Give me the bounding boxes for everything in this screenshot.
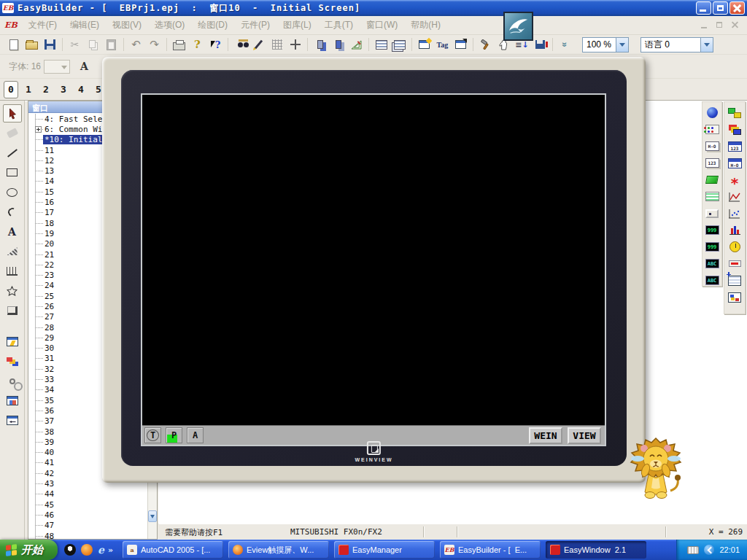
menu-item[interactable]: 图库(L) <box>276 16 318 34</box>
find-button[interactable] <box>232 36 249 52</box>
task-button[interactable]: EasyManager <box>334 541 435 559</box>
line-tool[interactable] <box>3 144 22 162</box>
assistant-mascot[interactable] <box>622 437 689 504</box>
bit-lamp-button[interactable] <box>703 105 721 120</box>
tree-item[interactable]: 47 <box>28 521 147 531</box>
alarm-bar-button[interactable] <box>726 256 743 271</box>
tree-expand-icon[interactable] <box>35 126 42 133</box>
recipe-button[interactable] <box>703 189 721 204</box>
ruler-button[interactable] <box>348 36 365 52</box>
send-back-button[interactable] <box>330 36 347 52</box>
task-button[interactable]: Eview触摸屏、W... <box>228 541 329 559</box>
system-message-button[interactable] <box>726 122 743 137</box>
ellipse-tool[interactable] <box>3 183 22 201</box>
new-window-button[interactable] <box>416 36 433 52</box>
word-lamp-button[interactable] <box>703 122 721 137</box>
event-log-button[interactable] <box>726 273 743 288</box>
numeric-window-button[interactable]: 123 <box>726 139 743 154</box>
state-button[interactable]: 4 <box>74 81 88 98</box>
bar-graph-button[interactable] <box>726 222 743 238</box>
ascii-input-button[interactable]: ABC <box>703 256 721 271</box>
state-button[interactable]: 0 <box>4 81 18 98</box>
menu-item[interactable]: 文件(F) <box>22 16 63 34</box>
view-button[interactable]: VIEW <box>568 427 601 444</box>
window-outline-button[interactable] <box>373 36 390 52</box>
task-button[interactable]: a AutoCAD 2005 - [... <box>123 541 223 559</box>
window-outline2-button[interactable] <box>391 36 408 52</box>
numeric-display2-button[interactable]: 999 <box>703 239 721 254</box>
tree-item[interactable]: 45 <box>28 499 147 510</box>
qq-icon[interactable] <box>64 544 76 556</box>
minimize-button[interactable] <box>696 1 711 15</box>
tree-item[interactable]: 46 <box>28 510 147 520</box>
data-transfer-button[interactable] <box>726 289 743 305</box>
state-button[interactable]: 1 <box>21 81 36 98</box>
snap-button[interactable] <box>287 36 303 52</box>
menu-item[interactable]: 元件(P) <box>234 16 276 34</box>
save-button[interactable] <box>42 36 58 52</box>
trend-display-button[interactable] <box>726 189 743 204</box>
keyboard-tray-icon[interactable] <box>687 546 699 554</box>
quick-launch-overflow-icon[interactable]: » <box>108 545 113 555</box>
tree-item[interactable]: 44 <box>28 489 147 499</box>
task-button[interactable]: EasyWindow 2.1 <box>546 541 646 559</box>
window-properties-button[interactable] <box>452 36 469 52</box>
zoom-dropdown-arrow[interactable] <box>616 38 628 52</box>
open-button[interactable] <box>23 36 40 52</box>
function-key-tool[interactable] <box>3 332 22 351</box>
rectangle-tool[interactable] <box>3 163 22 182</box>
menu-item[interactable]: 帮助(H) <box>404 16 447 34</box>
pattern-tool[interactable] <box>3 242 22 260</box>
meter-display-button[interactable] <box>726 239 743 254</box>
text-tool[interactable]: A <box>3 222 22 241</box>
language-dropdown-arrow[interactable] <box>700 38 713 52</box>
wein-button[interactable]: WEIN <box>529 427 562 444</box>
function-key-button[interactable] <box>703 172 721 187</box>
toggle-switch-button[interactable]: H-O <box>703 139 721 154</box>
ascii-display-button[interactable]: ABC <box>703 273 721 288</box>
new-button[interactable] <box>5 36 22 52</box>
bring-front-button[interactable] <box>311 36 328 52</box>
start-button[interactable]: 开始 <box>0 540 58 560</box>
group-tool[interactable] <box>3 372 22 390</box>
menu-item[interactable]: 窗口(W) <box>360 16 404 34</box>
hmi-screen[interactable]: T P A WEIN VIEW <box>141 93 606 446</box>
menu-item[interactable]: 工具(T) <box>318 16 360 34</box>
plc-control-button[interactable] <box>726 105 743 120</box>
tree-item[interactable]: 48 <box>28 531 147 539</box>
restore-button[interactable] <box>713 1 728 15</box>
hmi-task-button[interactable]: A <box>187 427 204 443</box>
hmi-task-button[interactable]: P <box>166 427 182 443</box>
menu-item[interactable]: 编辑(E) <box>63 16 106 34</box>
bitmap-tool[interactable] <box>3 392 22 410</box>
switch-window-button[interactable]: H-O <box>726 155 743 171</box>
context-help-button[interactable]: ? <box>207 36 224 52</box>
indirect-window-button[interactable] <box>703 206 721 221</box>
numeric-display-button[interactable]: 999 <box>703 222 721 238</box>
grid-button[interactable] <box>268 36 285 52</box>
polygon-tool[interactable] <box>3 281 22 300</box>
close-button[interactable] <box>729 1 745 15</box>
tag-button[interactable]: Tag <box>434 36 451 52</box>
task-button[interactable]: EB EasyBuilder - [ E... <box>440 541 541 559</box>
arc-tool[interactable] <box>3 203 22 221</box>
numeric-input-button[interactable]: 123 <box>703 155 721 171</box>
select-tool[interactable] <box>3 104 22 122</box>
toolbar-overflow-button[interactable]: » <box>557 36 573 52</box>
palette-tool[interactable] <box>3 352 22 370</box>
download-button[interactable] <box>532 36 549 52</box>
scroll-down-button[interactable] <box>148 510 157 522</box>
alarm-display-button[interactable]: * <box>726 172 743 187</box>
pen-button[interactable] <box>250 36 267 52</box>
tray-collapse-icon[interactable] <box>704 545 714 555</box>
state-button[interactable]: 2 <box>39 81 53 98</box>
language-select[interactable]: 语言 0 <box>640 37 713 52</box>
zoom-select[interactable]: 100 % <box>582 37 629 52</box>
compile-button[interactable] <box>477 36 494 52</box>
xy-plot-button[interactable] <box>726 206 743 221</box>
scale-tool[interactable] <box>3 262 22 280</box>
menu-item[interactable]: 选项(O) <box>148 16 191 34</box>
import-tool[interactable] <box>3 411 22 429</box>
menu-item[interactable]: 视图(V) <box>106 16 148 34</box>
hmi-task-button[interactable]: T <box>144 427 161 443</box>
